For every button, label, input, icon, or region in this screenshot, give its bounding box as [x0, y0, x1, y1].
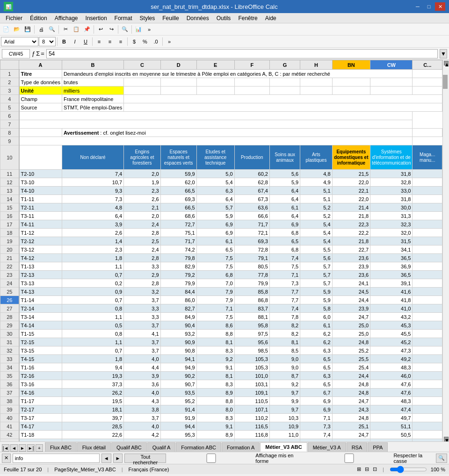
- cell-cx20[interactable]: [413, 245, 442, 254]
- cell-b17[interactable]: 3,9: [62, 220, 123, 229]
- cell-c41[interactable]: 4,0: [124, 422, 160, 431]
- cell-f15[interactable]: 63,6: [234, 203, 269, 212]
- cell-b5[interactable]: STMT, Pôle emploi-Dares: [62, 103, 123, 112]
- cell-cx14[interactable]: [413, 195, 442, 203]
- cell-d12[interactable]: 62,0: [160, 178, 196, 187]
- cell-c4[interactable]: [124, 95, 442, 103]
- cell-a8[interactable]: [19, 129, 62, 137]
- cell-e42[interactable]: 8,9: [196, 431, 234, 439]
- menu-insertion[interactable]: Insertion: [82, 14, 111, 22]
- cell-bn2[interactable]: [332, 78, 370, 87]
- cell-a38[interactable]: T1-17: [19, 397, 62, 405]
- font-size-select[interactable]: 8: [39, 37, 56, 46]
- formula-input[interactable]: [46, 49, 438, 58]
- cell-g25[interactable]: 7,7: [269, 288, 300, 296]
- cell-cw12[interactable]: 32,8: [370, 178, 413, 187]
- cell-cx32[interactable]: [413, 346, 442, 355]
- cell-d25[interactable]: 84,4: [160, 288, 196, 296]
- view-web-btn[interactable]: ⊟: [365, 466, 369, 472]
- cell-d18[interactable]: 75,1: [160, 229, 196, 237]
- cell-h14[interactable]: 5,1: [300, 195, 332, 203]
- cell-cw40[interactable]: 49,7: [370, 414, 413, 422]
- cell-c37[interactable]: 4,0: [124, 389, 160, 397]
- cell-bn32[interactable]: 25,2: [332, 346, 370, 355]
- cell-d21[interactable]: 79,8: [160, 254, 196, 262]
- cell-g19[interactable]: 6,5: [269, 237, 300, 245]
- save-btn[interactable]: 💾: [22, 24, 33, 35]
- cell-cx17[interactable]: [413, 220, 442, 229]
- cell-g24[interactable]: 7,3: [269, 279, 300, 288]
- cell-h42[interactable]: 7,4: [300, 431, 332, 439]
- cell-c21[interactable]: 2,8: [124, 254, 160, 262]
- cell-bn31[interactable]: 24,8: [332, 338, 370, 346]
- cell-bn40[interactable]: 24,8: [332, 414, 370, 422]
- cell-c11[interactable]: 2,0: [124, 170, 160, 178]
- tab-next-btn[interactable]: ►: [19, 444, 26, 452]
- cell-b28[interactable]: 1,1: [62, 313, 123, 321]
- cell-f21[interactable]: 79,1: [234, 254, 269, 262]
- cell-cw11[interactable]: 31,8: [370, 170, 413, 178]
- cell-h28[interactable]: 6,0: [300, 313, 332, 321]
- print-preview-btn[interactable]: 🔍: [47, 24, 57, 35]
- cell-d14[interactable]: 69,3: [160, 195, 196, 203]
- cell-cx41[interactable]: [413, 422, 442, 431]
- cell-bn24[interactable]: 24,1: [332, 279, 370, 288]
- cell-a4[interactable]: Champ: [19, 95, 62, 103]
- cell-cw41[interactable]: 51,1: [370, 422, 413, 431]
- cell-bn28[interactable]: 24,7: [332, 313, 370, 321]
- cell-a7[interactable]: [19, 120, 413, 129]
- formatted-search-label[interactable]: Affichage mis en forme: [168, 453, 304, 464]
- cell-a24[interactable]: T3-13: [19, 279, 62, 288]
- cell-g23[interactable]: 7,1: [269, 271, 300, 279]
- cell-a25[interactable]: T4-13: [19, 288, 62, 296]
- cell-d23[interactable]: 79,2: [160, 271, 196, 279]
- cell-bn33[interactable]: 25,5: [332, 355, 370, 363]
- cell-bn35[interactable]: 24,4: [332, 372, 370, 380]
- cell-e34[interactable]: 9,1: [196, 363, 234, 372]
- cell-cx38[interactable]: [413, 397, 442, 405]
- menu-edition[interactable]: Édition: [26, 14, 51, 22]
- tab-prev-btn[interactable]: ◄: [10, 444, 18, 452]
- cell-b35[interactable]: 19,3: [62, 372, 123, 380]
- cell-f22[interactable]: 80,5: [234, 262, 269, 271]
- tab-qualif-a[interactable]: Qualif A: [147, 442, 176, 452]
- cell-f32[interactable]: 98,5: [234, 346, 269, 355]
- cell-bn3[interactable]: [332, 87, 370, 95]
- col-header-cw[interactable]: CW: [370, 60, 413, 70]
- cell-cw19[interactable]: 31,5: [370, 237, 413, 245]
- cell-c12[interactable]: 1,9: [124, 178, 160, 187]
- tab-rsa[interactable]: RSA: [347, 442, 368, 452]
- cell-a43[interactable]: T2-18: [19, 439, 62, 442]
- search-prev-btn[interactable]: ◄: [101, 454, 111, 463]
- cell-a23[interactable]: T2-13: [19, 271, 62, 279]
- cell-g39[interactable]: 9,7: [269, 405, 300, 414]
- cell-b3[interactable]: milliers: [62, 87, 123, 95]
- cell-bn29[interactable]: 25,0: [332, 321, 370, 330]
- cell-cw23[interactable]: 36,5: [370, 271, 413, 279]
- cell-c35[interactable]: 3,9: [124, 372, 160, 380]
- cell-bn18[interactable]: 22,2: [332, 229, 370, 237]
- cell-cw18[interactable]: 32,0: [370, 229, 413, 237]
- cell-cx25[interactable]: [413, 288, 442, 296]
- case-sensitive-check[interactable]: [306, 454, 392, 463]
- cell-h41[interactable]: 7,3: [300, 422, 332, 431]
- cell-d38[interactable]: 95,2: [160, 397, 196, 405]
- tab-flux-detail[interactable]: Flux détail: [77, 442, 111, 452]
- cell-h36[interactable]: 6,5: [300, 380, 332, 389]
- tab-metier-v3-abc[interactable]: Métier_V3 ABC: [260, 442, 307, 452]
- cell-e23[interactable]: 6,8: [196, 271, 234, 279]
- menu-fichier[interactable]: Fichier: [2, 14, 26, 22]
- zoom-slider[interactable]: [390, 466, 427, 473]
- cell-e21[interactable]: 7,5: [196, 254, 234, 262]
- cell-h15[interactable]: 5,2: [300, 203, 332, 212]
- cell-h18[interactable]: 5,4: [300, 229, 332, 237]
- cell-bn43[interactable]: n.d: [332, 439, 370, 442]
- cell-f11[interactable]: 60,2: [234, 170, 269, 178]
- cell-cw16[interactable]: 31,3: [370, 212, 413, 220]
- menu-outils[interactable]: Outils: [213, 14, 235, 22]
- find-btn[interactable]: 🔍: [120, 24, 130, 35]
- redo-btn[interactable]: ↪: [106, 24, 116, 35]
- cell-h11[interactable]: 4,8: [300, 170, 332, 178]
- cell-bn39[interactable]: 24,3: [332, 405, 370, 414]
- col-header-f[interactable]: F: [234, 60, 269, 70]
